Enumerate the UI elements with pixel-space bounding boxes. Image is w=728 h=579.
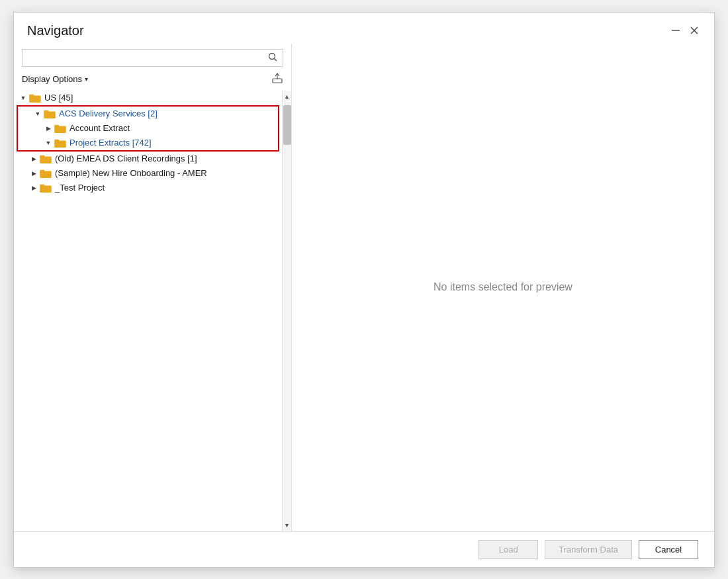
- scroll-up-arrow[interactable]: ▲: [283, 91, 292, 103]
- tree-label-project-extracts: Project Extracts [742]: [69, 138, 152, 148]
- svg-rect-14: [54, 139, 59, 142]
- toggle-acs[interactable]: ▼: [32, 109, 43, 119]
- highlighted-group: ▼ ACS Delivery Services [2] ▶: [17, 105, 279, 152]
- search-bar: [14, 44, 291, 69]
- svg-rect-8: [29, 94, 34, 97]
- folder-icon-acs: [43, 109, 56, 119]
- minimize-button[interactable]: [669, 24, 682, 37]
- tree-item-us[interactable]: ▼ US [45]: [14, 91, 282, 105]
- tree-items: ▼ US [45] ▼: [14, 91, 291, 195]
- svg-rect-20: [40, 184, 44, 187]
- display-options-label: Display Options: [22, 74, 82, 84]
- folder-icon-us: [28, 93, 42, 103]
- tree-item-sample[interactable]: ▶ (Sample) New Hire Onboarding - AMER: [14, 166, 282, 181]
- svg-rect-16: [40, 155, 44, 157]
- scroll-thumb[interactable]: [283, 105, 291, 145]
- tree-label-acs: ACS Delivery Services [2]: [59, 109, 158, 118]
- display-options-button[interactable]: Display Options ▾: [22, 74, 88, 84]
- tree-item-emea[interactable]: ▶ (Old) EMEA DS Client Recordings [1]: [14, 152, 282, 166]
- folder-icon-account-extract: [54, 123, 67, 134]
- display-options-bar: Display Options ▾: [14, 69, 291, 91]
- cancel-button[interactable]: Cancel: [639, 540, 698, 559]
- toggle-emea[interactable]: ▶: [28, 154, 39, 164]
- search-input[interactable]: [28, 53, 268, 63]
- tree-label-account-extract: Account Extract: [69, 123, 130, 133]
- toggle-sample[interactable]: ▶: [28, 168, 39, 179]
- svg-point-3: [269, 53, 275, 59]
- toggle-test[interactable]: ▶: [28, 183, 39, 193]
- right-panel: No items selected for preview: [292, 44, 714, 531]
- left-panel: Display Options ▾ ▼: [14, 44, 292, 531]
- window-title: Navigator: [27, 23, 84, 38]
- svg-rect-0: [672, 30, 680, 31]
- window-controls: [669, 24, 701, 37]
- display-options-chevron: ▾: [85, 75, 88, 83]
- title-bar: Navigator: [14, 13, 714, 44]
- svg-line-4: [275, 58, 277, 61]
- scrollbar[interactable]: ▲ ▼: [282, 91, 291, 531]
- search-wrapper: [22, 49, 283, 67]
- svg-rect-12: [54, 124, 59, 127]
- main-content: Display Options ▾ ▼: [14, 44, 714, 531]
- folder-icon-test: [39, 183, 52, 193]
- folder-icon-sample: [39, 168, 52, 179]
- toggle-account-extract[interactable]: ▶: [43, 123, 54, 134]
- tree-item-acs[interactable]: ▼ ACS Delivery Services [2]: [18, 107, 278, 121]
- tree-label-us: US [45]: [44, 93, 73, 103]
- tree-item-test[interactable]: ▶ _Test Project: [14, 181, 282, 195]
- tree-label-test: _Test Project: [55, 183, 105, 193]
- no-items-text: No items selected for preview: [433, 281, 572, 293]
- tree-label-sample: (Sample) New Hire Onboarding - AMER: [55, 168, 207, 178]
- toggle-us[interactable]: ▼: [18, 93, 28, 103]
- close-button[interactable]: [688, 24, 701, 37]
- footer: Load Transform Data Cancel: [14, 531, 714, 567]
- search-icon: [268, 52, 277, 64]
- scroll-down-arrow[interactable]: ▼: [283, 519, 292, 531]
- navigator-window: Navigator: [13, 12, 715, 568]
- export-icon-button[interactable]: [271, 72, 283, 87]
- tree-item-account-extract[interactable]: ▶ Account Extract: [18, 121, 278, 136]
- folder-icon-project-extracts: [54, 138, 67, 148]
- svg-rect-10: [44, 110, 48, 112]
- tree-item-project-extracts[interactable]: ▼ Project Extracts [742]: [18, 136, 278, 150]
- transform-data-button[interactable]: Transform Data: [545, 540, 632, 559]
- load-button[interactable]: Load: [478, 540, 538, 559]
- svg-rect-18: [40, 169, 44, 172]
- toggle-project-extracts[interactable]: ▼: [43, 138, 54, 148]
- folder-icon-emea: [39, 154, 52, 164]
- tree-label-emea: (Old) EMEA DS Client Recordings [1]: [55, 154, 197, 163]
- tree-container: ▼ US [45] ▼: [14, 91, 291, 531]
